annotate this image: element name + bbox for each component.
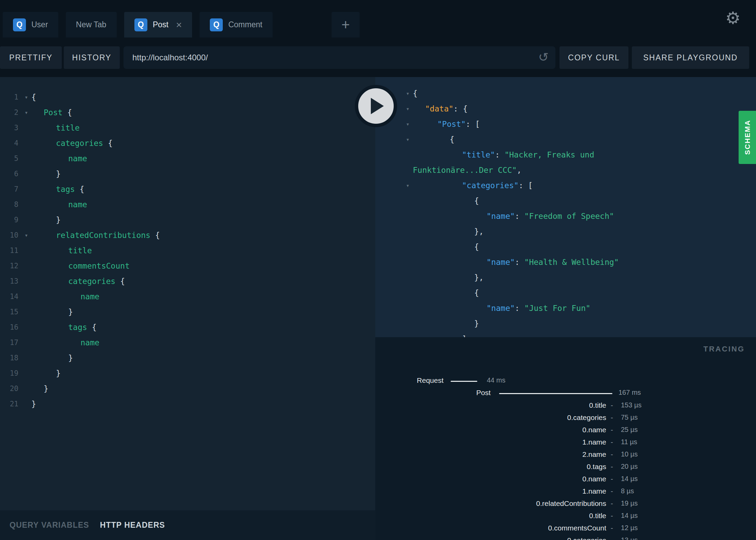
code-text: "title": "Hacker, Freaks und	[413, 150, 594, 159]
trace-field-time: 8 µs	[621, 487, 634, 495]
trace-field-time: 153 µs	[621, 401, 641, 409]
fold-arrow-icon[interactable]: ▾	[403, 90, 413, 97]
fold-arrow-icon[interactable]: ▾	[21, 232, 31, 239]
code-text: Post {	[31, 108, 72, 117]
code-text: "categories": [	[413, 181, 533, 190]
trace-field-row: 0.categories-75 µs	[375, 414, 756, 423]
trace-request-label: Request	[417, 376, 444, 385]
response-line: {	[375, 285, 756, 300]
trace-post-label: Post	[476, 389, 491, 397]
share-playground-button[interactable]: SHARE PLAYGROUND	[632, 46, 749, 69]
trace-dash: -	[611, 512, 613, 520]
query-type-badge: Q	[210, 18, 223, 31]
code-text: categories {	[31, 139, 113, 148]
tab-query-variables[interactable]: QUERY VARIABLES	[10, 521, 89, 530]
response-line: Funktionäre...Der CCC",	[375, 162, 756, 178]
fold-arrow-icon[interactable]: ▾	[403, 136, 413, 143]
response-line: }	[375, 316, 756, 331]
query-line: 2▾Post {	[0, 105, 375, 120]
trace-field-time: 13 µs	[621, 536, 638, 540]
tab-bar: QUserNew TabQPost×QComment	[3, 12, 273, 38]
code-text: {	[413, 242, 479, 251]
trace-dash: -	[611, 536, 613, 540]
response-line: "name": "Health & Wellbeing"	[375, 254, 756, 270]
trace-field-row: 0.relatedContributions-19 µs	[375, 499, 756, 509]
trace-field-time: 20 µs	[621, 463, 638, 470]
response-line: ▾{	[375, 132, 756, 147]
tab-comment[interactable]: QComment	[200, 12, 273, 38]
code-text: "Post": [	[413, 120, 480, 129]
close-tab-icon[interactable]: ×	[176, 20, 182, 30]
trace-field-time: 14 µs	[621, 512, 638, 520]
graphql-playground: QUserNew TabQPost×QComment + ⚙ PRETTIFY …	[0, 0, 756, 540]
line-number: 21	[0, 400, 21, 408]
trace-dash: -	[611, 426, 613, 434]
response-line: ▾{	[375, 86, 756, 101]
code-text: name	[31, 154, 87, 163]
trace-field-time: 12 µs	[621, 524, 638, 532]
schema-side-tab[interactable]: SCHEMA	[739, 111, 756, 164]
new-tab-button[interactable]: +	[332, 12, 360, 38]
trace-request-row: Request 44 ms	[375, 376, 756, 386]
query-line: 1▾{	[0, 89, 375, 105]
trace-field-time: 10 µs	[621, 450, 638, 458]
settings-gear-icon[interactable]: ⚙	[725, 10, 741, 27]
history-button[interactable]: HISTORY	[64, 46, 120, 69]
fold-arrow-icon[interactable]: ▾	[21, 109, 31, 116]
trace-field-label: 0.commentsCount	[548, 524, 606, 532]
fold-arrow-icon[interactable]: ▾	[403, 121, 413, 127]
tab-post[interactable]: QPost×	[124, 12, 192, 38]
schema-side-tab-label: SCHEMA	[743, 120, 752, 155]
query-line: 18}	[0, 350, 375, 365]
line-number: 17	[0, 339, 21, 347]
prettify-button[interactable]: PRETTIFY	[0, 46, 62, 69]
tab-label: User	[31, 20, 48, 29]
code-text: Funktionäre...Der CCC",	[413, 166, 522, 175]
execute-query-button[interactable]	[355, 85, 397, 127]
query-line: 20}	[0, 381, 375, 396]
endpoint-url-input[interactable]	[123, 46, 555, 69]
line-number: 6	[0, 170, 21, 178]
fold-arrow-icon[interactable]: ▾	[403, 182, 413, 189]
trace-field-row: 0.name-14 µs	[375, 475, 756, 484]
trace-request-time: 44 ms	[487, 376, 505, 384]
tab-new-tab[interactable]: New Tab	[66, 12, 117, 38]
code-text: }	[413, 319, 479, 328]
trace-field-label: 0.categories	[567, 414, 606, 422]
code-text: "name": "Health & Wellbeing"	[413, 258, 619, 267]
code-text: tags {	[31, 323, 97, 332]
query-line: 13categories {	[0, 273, 375, 289]
response-line: },	[375, 224, 756, 239]
trace-field-time: 19 µs	[621, 499, 638, 507]
trace-dash: -	[611, 463, 613, 471]
response-line: ▾"categories": [	[375, 178, 756, 193]
fold-arrow-icon[interactable]: ▾	[403, 105, 413, 112]
fold-arrow-icon[interactable]: ▾	[21, 94, 31, 101]
trace-field-row: 0.categories-13 µs	[375, 536, 756, 540]
code-text: }	[31, 354, 73, 362]
trace-dash: -	[611, 401, 613, 409]
code-text: }	[31, 169, 61, 178]
tab-http-headers[interactable]: HTTP HEADERS	[100, 521, 165, 530]
line-number: 20	[0, 385, 21, 393]
trace-field-label: 0.title	[589, 512, 606, 520]
reload-endpoint-icon[interactable]: ↺	[538, 50, 549, 64]
trace-field-row: 0.name-25 µs	[375, 426, 756, 435]
response-viewer[interactable]: ▾{▾"data": {▾"Post": [▾{"title": "Hacker…	[375, 77, 756, 337]
line-number: 9	[0, 216, 21, 224]
query-editor[interactable]: 1▾{2▾Post {3title4categories {5name6}7ta…	[0, 77, 375, 510]
line-number: 16	[0, 323, 21, 331]
trace-field-label: 2.name	[582, 450, 606, 459]
code-text: },	[413, 273, 484, 282]
trace-field-row: 0.tags-20 µs	[375, 463, 756, 472]
line-number: 10	[0, 231, 21, 239]
copy-curl-button[interactable]: COPY CURL	[559, 46, 628, 69]
query-type-badge: Q	[13, 18, 26, 31]
response-json: ▾{▾"data": {▾"Post": [▾{"title": "Hacker…	[375, 86, 756, 337]
trace-field-time: 14 µs	[621, 475, 638, 483]
trace-field-row: 0.title-14 µs	[375, 512, 756, 521]
trace-dash: -	[611, 414, 613, 422]
tab-user[interactable]: QUser	[3, 12, 58, 38]
code-text: }	[31, 369, 61, 378]
trace-field-label: 0.categories	[567, 536, 606, 540]
